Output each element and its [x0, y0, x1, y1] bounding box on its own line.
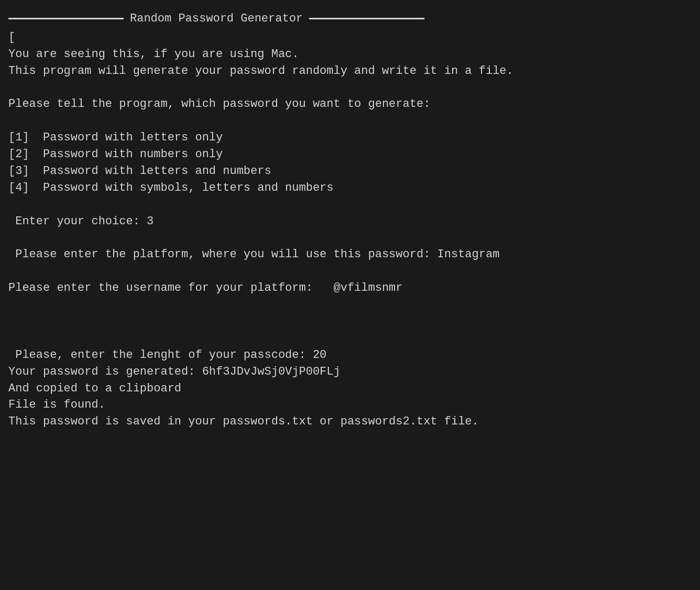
spacer5: [8, 263, 692, 280]
spacer8: [8, 330, 692, 347]
spacer3: [8, 196, 692, 213]
username-prompt: Please enter the username for your platf…: [8, 280, 692, 297]
clipboard-message: And copied to a clipboard: [8, 380, 692, 397]
title-bar: Random Password Generator: [8, 10, 692, 27]
option-2: [2] Password with numbers only: [8, 146, 692, 163]
choose-prompt: Please tell the program, which password …: [8, 96, 692, 113]
left-dashes: [8, 18, 124, 19]
file-found: File is found.: [8, 397, 692, 413]
spacer7: [8, 313, 692, 330]
spacer1: [8, 80, 692, 96]
bracket-line: [: [8, 29, 692, 46]
title-text: Random Password Generator: [130, 10, 303, 27]
option-3: [3] Password with letters and numbers: [8, 163, 692, 180]
mac-line2: This program will generate your password…: [8, 63, 692, 80]
option-1: [1] Password with letters only: [8, 129, 692, 146]
length-prompt: Please, enter the lenght of your passcod…: [8, 347, 692, 364]
right-dashes: [309, 18, 424, 19]
terminal-window: Random Password Generator [ You are seei…: [8, 10, 692, 430]
platform-prompt: Please enter the platform, where you wil…: [8, 246, 692, 263]
saved-message: This password is saved in your passwords…: [8, 413, 692, 430]
option-4: [4] Password with symbols, letters and n…: [8, 180, 692, 196]
spacer2: [8, 113, 692, 129]
password-generated: Your password is generated: 6hf3JDvJwSj0…: [8, 364, 692, 380]
mac-line1: You are seeing this, if you are using Ma…: [8, 46, 692, 63]
choice-entered: Enter your choice: 3: [8, 213, 692, 230]
spacer4: [8, 230, 692, 247]
spacer6: [8, 297, 692, 313]
